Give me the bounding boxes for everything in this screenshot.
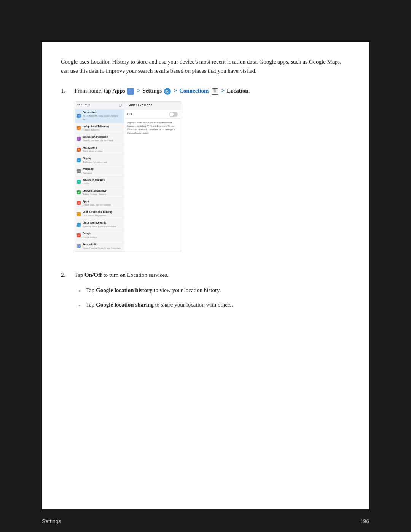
google-name: Google: [83, 232, 122, 235]
settings-item-sounds[interactable]: ♪ Sounds and Vibration Sounds, Vibration…: [75, 134, 124, 144]
settings-item-advanced[interactable]: ★ Advanced features Games: [75, 177, 124, 187]
connections-item-text: Connections Wi-Fi, Bluetooth, Data usage…: [83, 110, 122, 121]
onoff-bold: On/Off: [84, 272, 102, 278]
sub-item-sharing: ▪ Tap Google location sharing to share y…: [78, 300, 350, 310]
location-history-bold: Google location history: [96, 287, 152, 293]
sounds-sub: Sounds, Vibration, Do not disturb: [83, 139, 122, 142]
wallpaper-icon: □: [77, 169, 81, 173]
location-sharing-bold: Google location sharing: [96, 302, 154, 308]
lock-icon: 🔒: [77, 212, 81, 216]
notifications-name: Notifications: [83, 146, 122, 150]
connections-name: Connections: [83, 110, 122, 114]
settings-item-wallpaper[interactable]: □ Wallpaper Wallpaper: [75, 166, 124, 176]
airplane-header: ‹ AIRPLANE MODE: [124, 102, 181, 110]
airplane-description: Airplane mode allows you to turn off net…: [124, 119, 181, 137]
cloud-name: Cloud and accounts: [83, 221, 122, 225]
wallpaper-sub: Wallpaper: [83, 171, 122, 175]
footer-page-number: 196: [360, 518, 369, 524]
accessibility-name: Accessibility: [83, 243, 122, 246]
step-2-content: Tap On/Off to turn on Location services.…: [75, 270, 350, 315]
step-2-prefix: Tap: [75, 272, 84, 278]
google-icon: G: [77, 233, 81, 237]
connections-item-icon: ⊞: [77, 114, 81, 118]
device-icon: ⚡: [77, 190, 81, 194]
settings-header-title: SETTINGS: [77, 103, 90, 107]
settings-header: SETTINGS: [75, 102, 124, 109]
airplane-toggle-label: OFF: [127, 112, 133, 116]
settings-item-apps[interactable]: ⊞ Apps Default apps, App permissions: [75, 198, 124, 209]
sounds-name: Sounds and Vibration: [83, 135, 122, 139]
step-2-number: 2.: [61, 270, 75, 315]
sub-item-1-text: Tap Google location history to view your…: [86, 286, 221, 295]
notifications-text: Notifications Block, allow, prioritize: [83, 146, 122, 153]
sub-bullet-list: ▪ Tap Google location history to view yo…: [75, 286, 350, 310]
steps-list: 1. From home, tap Apps > Settings > Conn…: [61, 86, 350, 315]
apps-label: Apps: [112, 88, 125, 94]
connections-sub: Wi-Fi, Bluetooth, Data usage, Airplane m…: [83, 114, 122, 121]
apps-item-icon: ⊞: [77, 201, 81, 205]
bullet-2: ▪: [78, 300, 86, 310]
accessibility-icon: ♿: [77, 244, 81, 248]
google-text: Google Google settings: [83, 232, 122, 239]
step-1-prefix: From home, tap: [75, 88, 112, 94]
airplane-panel: ‹ AIRPLANE MODE OFF Airplane mode allows…: [124, 101, 181, 252]
settings-label: Settings: [142, 88, 162, 94]
settings-item-lock[interactable]: 🔒 Lock screen and security Lock screen, …: [75, 209, 124, 219]
wallpaper-text: Wallpaper Wallpaper: [83, 167, 122, 174]
airplane-title: AIRPLANE MODE: [129, 104, 152, 107]
lock-name: Lock screen and security: [83, 210, 122, 214]
step-2: 2. Tap On/Off to turn on Location servic…: [61, 270, 350, 315]
wallpaper-name: Wallpaper: [83, 167, 122, 171]
sub-item-1-suffix: to view your location history.: [152, 287, 221, 293]
lock-sub: Lock screen, Fingerprints: [83, 214, 122, 217]
bullet-1: ▪: [78, 286, 86, 296]
hotspot-text: Hotspot and Tethering Hotspot, Tethering: [83, 125, 122, 132]
display-icon: ☀: [77, 158, 81, 162]
page-footer: Settings 196: [42, 518, 369, 524]
phone-screenshot: SETTINGS ⊞ Connections Wi-Fi, Bluetooth,…: [75, 101, 181, 252]
settings-panel: SETTINGS ⊞ Connections Wi-Fi, Bluetooth,…: [75, 101, 124, 252]
cloud-text: Cloud and accounts Samsung cloud, Backup…: [83, 221, 122, 228]
settings-item-display[interactable]: ☀ Display Brightness, Motion screen: [75, 155, 124, 166]
advanced-text: Advanced features Games: [83, 178, 122, 185]
display-text: Display Brightness, Motion screen: [83, 157, 122, 164]
step-1-period: .: [249, 88, 250, 94]
lock-text: Lock screen and security Lock screen, Fi…: [83, 210, 122, 217]
arrow-2: >: [174, 88, 178, 94]
sub-item-1-prefix: Tap: [86, 287, 96, 293]
apps-item-sub: Default apps, App permissions: [83, 203, 122, 207]
back-icon[interactable]: ‹: [127, 103, 128, 108]
google-sub: Google settings: [83, 236, 122, 239]
settings-icon: [164, 88, 171, 95]
settings-item-hotspot[interactable]: ⟳ Hotspot and Tethering Hotspot, Tetheri…: [75, 123, 124, 134]
display-sub: Brightness, Motion screen: [83, 161, 122, 164]
device-text: Device maintenance Battery, Storage, Mem…: [83, 189, 122, 196]
hotspot-sub: Hotspot, Tethering: [83, 128, 122, 132]
connections-label: Connections: [179, 88, 209, 94]
hotspot-icon: ⟳: [77, 126, 81, 130]
apps-item-name: Apps: [83, 200, 122, 203]
connections-icon: [212, 88, 218, 95]
settings-item-accessibility[interactable]: ♿ Accessibility Vision, Hearing, Dexteri…: [75, 241, 124, 252]
hotspot-name: Hotspot and Tethering: [83, 125, 122, 128]
footer-left-label: Settings: [42, 518, 61, 524]
apps-item-text: Apps Default apps, App permissions: [83, 200, 122, 207]
settings-item-notifications[interactable]: 🔔 Notifications Block, allow, prioritize: [75, 144, 124, 155]
advanced-icon: ★: [77, 180, 81, 184]
cloud-icon: ☁: [77, 223, 81, 227]
device-name: Device maintenance: [83, 189, 122, 193]
settings-item-device[interactable]: ⚡ Device maintenance Battery, Storage, M…: [75, 187, 124, 198]
step-1: 1. From home, tap Apps > Settings > Conn…: [61, 86, 350, 261]
sounds-text: Sounds and Vibration Sounds, Vibration, …: [83, 135, 122, 142]
settings-item-connections[interactable]: ⊞ Connections Wi-Fi, Bluetooth, Data usa…: [75, 109, 124, 123]
advanced-name: Advanced features: [83, 178, 122, 182]
settings-item-cloud[interactable]: ☁ Cloud and accounts Samsung cloud, Back…: [75, 219, 124, 230]
location-label: Location: [227, 88, 249, 94]
step-2-text: Tap On/Off to turn on Location services.: [75, 270, 350, 280]
step-2-suffix: to turn on Location services.: [102, 272, 169, 278]
sounds-icon: ♪: [77, 137, 81, 141]
sub-item-2-text: Tap Google location sharing to share you…: [86, 300, 233, 309]
settings-item-google[interactable]: G Google Google settings: [75, 230, 124, 241]
airplane-toggle[interactable]: [169, 112, 178, 117]
sub-item-2-suffix: to share your location with others.: [154, 302, 233, 308]
